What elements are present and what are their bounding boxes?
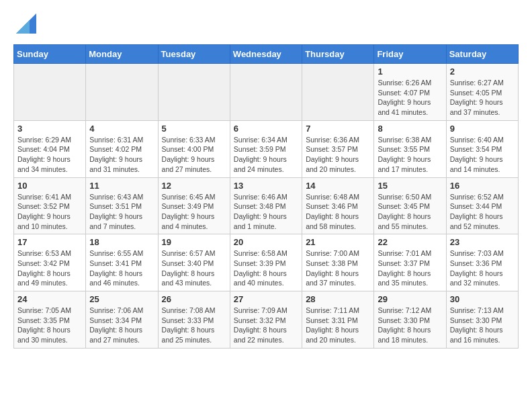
day-number: 21 xyxy=(306,237,370,247)
day-number: 13 xyxy=(234,181,298,191)
calendar-cell: 26Sunrise: 7:08 AM Sunset: 3:33 PM Dayli… xyxy=(158,291,230,349)
calendar-table: SundayMondayTuesdayWednesdayThursdayFrid… xyxy=(13,44,519,349)
calendar-cell: 19Sunrise: 6:57 AM Sunset: 3:40 PM Dayli… xyxy=(158,234,230,291)
day-number: 15 xyxy=(378,181,442,191)
day-number: 17 xyxy=(17,237,82,247)
day-info: Sunrise: 7:12 AM Sunset: 3:30 PM Dayligh… xyxy=(378,306,442,345)
calendar-cell: 1Sunrise: 6:26 AM Sunset: 4:07 PM Daylig… xyxy=(374,64,446,121)
day-header-wednesday: Wednesday xyxy=(230,45,302,64)
day-number: 19 xyxy=(162,237,226,247)
day-header-tuesday: Tuesday xyxy=(158,45,230,64)
calendar-week-2: 3Sunrise: 6:29 AM Sunset: 4:04 PM Daylig… xyxy=(14,120,519,177)
calendar-cell xyxy=(86,64,158,121)
day-number: 24 xyxy=(17,294,82,304)
day-info: Sunrise: 6:52 AM Sunset: 3:44 PM Dayligh… xyxy=(450,192,515,232)
day-info: Sunrise: 6:53 AM Sunset: 3:42 PM Dayligh… xyxy=(17,248,82,288)
day-number: 18 xyxy=(89,237,154,247)
calendar-cell xyxy=(230,64,302,121)
day-header-sunday: Sunday xyxy=(14,45,86,64)
day-info: Sunrise: 6:27 AM Sunset: 4:05 PM Dayligh… xyxy=(450,78,515,118)
day-info: Sunrise: 7:06 AM Sunset: 3:34 PM Dayligh… xyxy=(89,306,154,345)
day-number: 10 xyxy=(17,181,82,191)
day-info: Sunrise: 6:31 AM Sunset: 4:02 PM Dayligh… xyxy=(89,135,154,175)
day-info: Sunrise: 6:36 AM Sunset: 3:57 PM Dayligh… xyxy=(306,135,370,175)
calendar-cell: 27Sunrise: 7:09 AM Sunset: 3:32 PM Dayli… xyxy=(230,291,302,349)
calendar-cell: 7Sunrise: 6:36 AM Sunset: 3:57 PM Daylig… xyxy=(302,120,374,177)
day-number: 7 xyxy=(306,124,370,134)
calendar-cell xyxy=(14,64,86,121)
day-info: Sunrise: 6:40 AM Sunset: 3:54 PM Dayligh… xyxy=(450,135,515,175)
day-info: Sunrise: 7:08 AM Sunset: 3:33 PM Dayligh… xyxy=(162,306,226,345)
day-info: Sunrise: 6:45 AM Sunset: 3:49 PM Dayligh… xyxy=(162,192,226,232)
calendar-cell: 12Sunrise: 6:45 AM Sunset: 3:49 PM Dayli… xyxy=(158,177,230,234)
day-number: 16 xyxy=(450,181,515,191)
calendar-cell: 18Sunrise: 6:55 AM Sunset: 3:41 PM Dayli… xyxy=(86,234,158,291)
calendar-cell: 29Sunrise: 7:12 AM Sunset: 3:30 PM Dayli… xyxy=(374,291,446,349)
calendar-cell: 30Sunrise: 7:13 AM Sunset: 3:30 PM Dayli… xyxy=(446,291,518,349)
day-info: Sunrise: 7:13 AM Sunset: 3:30 PM Dayligh… xyxy=(450,306,515,345)
calendar-cell: 3Sunrise: 6:29 AM Sunset: 4:04 PM Daylig… xyxy=(14,120,86,177)
day-info: Sunrise: 6:48 AM Sunset: 3:46 PM Dayligh… xyxy=(306,192,370,232)
calendar-cell: 21Sunrise: 7:00 AM Sunset: 3:38 PM Dayli… xyxy=(302,234,374,291)
calendar-week-5: 24Sunrise: 7:05 AM Sunset: 3:35 PM Dayli… xyxy=(14,291,519,349)
day-info: Sunrise: 7:03 AM Sunset: 3:36 PM Dayligh… xyxy=(450,248,515,288)
day-info: Sunrise: 6:38 AM Sunset: 3:55 PM Dayligh… xyxy=(378,135,442,175)
day-info: Sunrise: 6:26 AM Sunset: 4:07 PM Dayligh… xyxy=(378,78,442,118)
calendar-cell: 17Sunrise: 6:53 AM Sunset: 3:42 PM Dayli… xyxy=(14,234,86,291)
day-header-saturday: Saturday xyxy=(446,45,518,64)
calendar-cell: 23Sunrise: 7:03 AM Sunset: 3:36 PM Dayli… xyxy=(446,234,518,291)
calendar-cell: 24Sunrise: 7:05 AM Sunset: 3:35 PM Dayli… xyxy=(14,291,86,349)
day-info: Sunrise: 6:34 AM Sunset: 3:59 PM Dayligh… xyxy=(234,135,298,175)
day-number: 20 xyxy=(234,237,298,247)
calendar-cell: 8Sunrise: 6:38 AM Sunset: 3:55 PM Daylig… xyxy=(374,120,446,177)
calendar-cell: 6Sunrise: 6:34 AM Sunset: 3:59 PM Daylig… xyxy=(230,120,302,177)
day-number: 9 xyxy=(450,124,515,134)
day-info: Sunrise: 7:01 AM Sunset: 3:37 PM Dayligh… xyxy=(378,248,442,288)
day-number: 8 xyxy=(378,124,442,134)
day-header-friday: Friday xyxy=(374,45,446,64)
day-info: Sunrise: 7:09 AM Sunset: 3:32 PM Dayligh… xyxy=(234,306,298,345)
day-number: 11 xyxy=(89,181,154,191)
day-info: Sunrise: 7:11 AM Sunset: 3:31 PM Dayligh… xyxy=(306,306,370,345)
day-info: Sunrise: 6:41 AM Sunset: 3:52 PM Dayligh… xyxy=(17,192,82,232)
day-number: 5 xyxy=(162,124,226,134)
calendar-cell xyxy=(158,64,230,121)
day-number: 28 xyxy=(306,294,370,304)
day-number: 1 xyxy=(378,66,442,77)
day-info: Sunrise: 6:43 AM Sunset: 3:51 PM Dayligh… xyxy=(89,192,154,232)
day-info: Sunrise: 6:58 AM Sunset: 3:39 PM Dayligh… xyxy=(234,248,298,288)
calendar-cell: 16Sunrise: 6:52 AM Sunset: 3:44 PM Dayli… xyxy=(446,177,518,234)
calendar-cell: 11Sunrise: 6:43 AM Sunset: 3:51 PM Dayli… xyxy=(86,177,158,234)
day-info: Sunrise: 6:33 AM Sunset: 4:00 PM Dayligh… xyxy=(162,135,226,175)
day-number: 25 xyxy=(89,294,154,304)
day-info: Sunrise: 6:55 AM Sunset: 3:41 PM Dayligh… xyxy=(89,248,154,288)
logo-icon xyxy=(16,13,36,34)
calendar-cell: 10Sunrise: 6:41 AM Sunset: 3:52 PM Dayli… xyxy=(14,177,86,234)
day-number: 30 xyxy=(450,294,515,304)
calendar-cell: 13Sunrise: 6:46 AM Sunset: 3:48 PM Dayli… xyxy=(230,177,302,234)
calendar-week-3: 10Sunrise: 6:41 AM Sunset: 3:52 PM Dayli… xyxy=(14,177,519,234)
day-number: 22 xyxy=(378,237,442,247)
calendar-cell: 14Sunrise: 6:48 AM Sunset: 3:46 PM Dayli… xyxy=(302,177,374,234)
day-header-monday: Monday xyxy=(86,45,158,64)
calendar-cell xyxy=(302,64,374,121)
calendar-cell: 20Sunrise: 6:58 AM Sunset: 3:39 PM Dayli… xyxy=(230,234,302,291)
calendar-header: SundayMondayTuesdayWednesdayThursdayFrid… xyxy=(14,45,519,64)
day-header-thursday: Thursday xyxy=(302,45,374,64)
svg-marker-1 xyxy=(16,20,30,34)
calendar-cell: 25Sunrise: 7:06 AM Sunset: 3:34 PM Dayli… xyxy=(86,291,158,349)
day-number: 12 xyxy=(162,181,226,191)
calendar-cell: 22Sunrise: 7:01 AM Sunset: 3:37 PM Dayli… xyxy=(374,234,446,291)
calendar-cell: 4Sunrise: 6:31 AM Sunset: 4:02 PM Daylig… xyxy=(86,120,158,177)
calendar-cell: 9Sunrise: 6:40 AM Sunset: 3:54 PM Daylig… xyxy=(446,120,518,177)
calendar-week-1: 1Sunrise: 6:26 AM Sunset: 4:07 PM Daylig… xyxy=(14,64,519,121)
calendar-cell: 28Sunrise: 7:11 AM Sunset: 3:31 PM Dayli… xyxy=(302,291,374,349)
day-info: Sunrise: 7:00 AM Sunset: 3:38 PM Dayligh… xyxy=(306,248,370,288)
day-number: 2 xyxy=(450,66,515,77)
calendar-week-4: 17Sunrise: 6:53 AM Sunset: 3:42 PM Dayli… xyxy=(14,234,519,291)
calendar-cell: 5Sunrise: 6:33 AM Sunset: 4:00 PM Daylig… xyxy=(158,120,230,177)
calendar-cell: 2Sunrise: 6:27 AM Sunset: 4:05 PM Daylig… xyxy=(446,64,518,121)
day-info: Sunrise: 6:29 AM Sunset: 4:04 PM Dayligh… xyxy=(17,135,82,175)
logo xyxy=(13,13,36,34)
day-info: Sunrise: 6:46 AM Sunset: 3:48 PM Dayligh… xyxy=(234,192,298,232)
